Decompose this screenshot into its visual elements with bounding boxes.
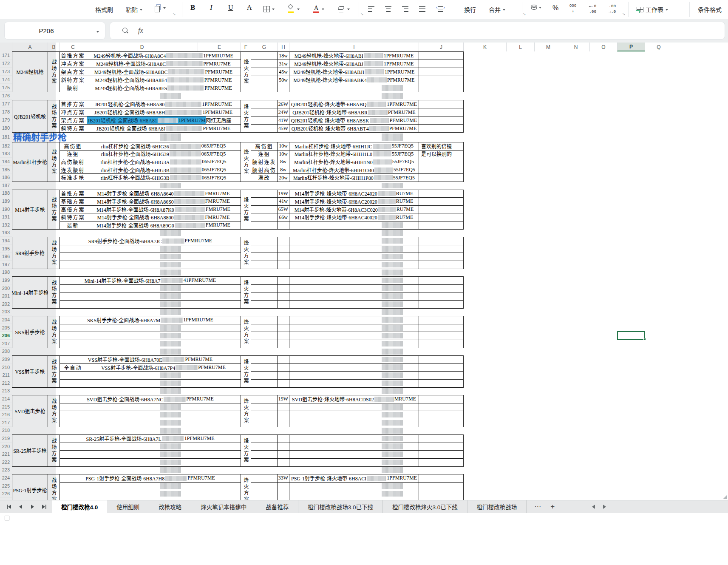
note-cell[interactable] (419, 355, 464, 364)
borders-button[interactable] (263, 6, 275, 12)
cost-cell[interactable]: 50w (277, 76, 289, 84)
plan-cell[interactable]: 首推方案 (59, 51, 86, 60)
cost-cell[interactable]: 41w (277, 197, 289, 206)
note-cell[interactable] (419, 403, 464, 412)
formula-input[interactable]: fx (110, 22, 725, 40)
plan-cell[interactable] (59, 379, 86, 388)
code-cell[interactable]: M249轻机枪-全面战场-6H8A8ESPFMRU7ME (86, 84, 241, 92)
fire-code-cell[interactable]: Marlin杠杆步枪-烽火地带-6HIH1P8055JF7EQ5 (289, 173, 419, 182)
code-cell[interactable]: M249轻机枪-全面战场-6H8A8DCPFMRU7ME (86, 68, 241, 76)
copy-button[interactable] (155, 4, 166, 11)
conditional-format-button[interactable]: 条件格式 (698, 5, 722, 14)
cost-cell[interactable] (277, 332, 289, 340)
cost-cell[interactable]: 8w (277, 158, 289, 166)
dialog-launcher-icon[interactable]: ↘ (173, 12, 176, 16)
fire-plan-cell[interactable] (251, 108, 278, 116)
fire-plan-label[interactable]: 烽火方案 (241, 316, 251, 348)
underline-button[interactable]: U (228, 4, 233, 11)
code-cell[interactable]: rlin杠杆步枪-全面战场-6HIG3A065JF7EQ5 (86, 158, 241, 166)
plan-cell[interactable]: 高伤狙 (59, 142, 86, 150)
row-header-194[interactable]: 194 (0, 237, 12, 245)
row-header-221[interactable]: 221 (0, 450, 12, 458)
row-header-173[interactable]: 173 (0, 68, 12, 76)
note-cell[interactable] (419, 158, 464, 166)
sheet-tab-active[interactable]: 橙门楼改枪4.0 (52, 500, 107, 513)
note-cell[interactable] (419, 84, 464, 92)
row-header-177[interactable]: 177 (0, 100, 12, 108)
cost-cell[interactable] (277, 355, 289, 364)
plan-cell[interactable]: 首推方案 (59, 100, 86, 108)
row-header-186[interactable]: 186 (0, 173, 12, 182)
battle-plan-label[interactable]: 战场方案 (48, 142, 60, 182)
gun-name-cell[interactable]: M249轻机枪 (12, 51, 48, 92)
code-cell[interactable]: M249轻机枪-全面战场-6H8A8C41PFMRU7ME (86, 51, 241, 60)
plan-cell[interactable] (59, 300, 86, 309)
note-cell[interactable] (419, 100, 464, 108)
fire-code-cell[interactable]: SVD狙击步枪-烽火地带-6H8ACDS02MRU7ME (289, 395, 419, 403)
code-cell[interactable]: JB201轻机枪-全面战场-6H8A811PFMRU7M网红无后座 (86, 116, 241, 125)
row-header-214[interactable]: 214 (0, 395, 12, 403)
fire-plan-label[interactable]: 烽火方案 (241, 434, 251, 466)
fire-plan-cell[interactable] (251, 371, 278, 380)
fire-plan-cell[interactable] (251, 324, 278, 332)
row-header-215[interactable]: 215 (0, 403, 12, 411)
plan-cell[interactable]: 架点方案 (59, 68, 86, 76)
fire-plan-cell[interactable] (251, 403, 278, 412)
column-header-I[interactable]: I (289, 43, 419, 51)
note-cell[interactable] (419, 166, 464, 174)
fire-plan-cell[interactable] (251, 76, 278, 84)
fire-code-cell[interactable]: QJB201轻机枪-烽火地带-6H8ABRPFMRU7ME (289, 108, 419, 116)
percent-format-button[interactable]: % (552, 4, 558, 12)
fire-plan-label[interactable]: 烽火方案 (241, 276, 251, 308)
gun-name-cell[interactable]: SKS射手步枪 (12, 316, 48, 348)
row-header-201[interactable]: 201 (0, 292, 12, 300)
gun-name-cell[interactable]: PSG-1射手步枪 (12, 474, 48, 500)
row-header-198[interactable]: 198 (0, 269, 12, 277)
code-cell[interactable]: VSS射手步枪-全面战场-6H8A70EPFMRU7ME (59, 355, 241, 364)
fire-plan-cell[interactable]: 腰射高伤 (251, 166, 278, 174)
row-header-188[interactable]: 188 (0, 190, 12, 198)
row-header-222[interactable]: 222 (0, 458, 12, 466)
fire-plan-cell[interactable]: 高伤狙 (251, 142, 278, 150)
column-header-E[interactable]: E (198, 43, 241, 51)
cost-cell[interactable] (277, 237, 289, 245)
plan-cell[interactable] (59, 411, 86, 419)
note-cell[interactable]: 是可以换别的 (419, 150, 464, 159)
row-header-203[interactable]: 203 (0, 308, 12, 316)
note-cell[interactable] (419, 51, 464, 60)
thousands-separator-button[interactable]: 000, (569, 4, 577, 12)
note-cell[interactable] (419, 292, 464, 301)
sheet-tab[interactable]: 烽火笔记本搭建中 (191, 500, 256, 513)
code-cell[interactable]: JB201轻机枪-全面战场-6H8A8JPFMRU7ME (86, 124, 241, 133)
name-box[interactable]: P206 (4, 22, 105, 40)
cost-cell[interactable] (277, 324, 289, 332)
note-cell[interactable] (419, 332, 464, 340)
fire-plan-cell[interactable] (251, 443, 278, 451)
dialog-launcher-icon[interactable]: ↘ (622, 12, 626, 16)
code-cell[interactable]: M14射手步枪-全面战场-6H8A89G0FMRU7ME (86, 221, 241, 230)
sheet-tab[interactable]: 橙门楼改枪战场 (467, 500, 527, 513)
fire-plan-cell[interactable] (251, 395, 278, 403)
code-cell[interactable]: SKS射手步枪-全面战场-6H8A7M1PFMRU7ME (59, 316, 241, 324)
fire-plan-label[interactable]: 烽火方案 (241, 474, 251, 500)
cost-cell[interactable] (277, 490, 289, 498)
column-header-L[interactable]: L (506, 43, 534, 51)
prev-sheet-button[interactable] (14, 500, 26, 513)
row-header-223[interactable]: 223 (0, 466, 12, 474)
fire-plan-cell[interactable] (251, 116, 278, 125)
fire-plan-label[interactable]: 烽火方案 (241, 237, 251, 269)
note-cell[interactable] (419, 284, 464, 293)
selected-cell[interactable] (617, 331, 645, 340)
fire-plan-cell[interactable] (251, 253, 278, 261)
cost-cell[interactable]: 66w (277, 213, 289, 221)
row-header-185[interactable]: 185 (0, 166, 12, 174)
cost-cell[interactable]: 24W (277, 108, 289, 116)
note-cell[interactable] (419, 245, 464, 253)
fire-plan-cell[interactable] (251, 261, 278, 269)
row-header-174[interactable]: 174 (0, 76, 12, 84)
row-header-189[interactable]: 189 (0, 197, 12, 205)
plan-cell[interactable] (59, 261, 86, 269)
align-left-button[interactable] (368, 6, 374, 12)
bold-button[interactable]: B (190, 3, 195, 12)
fire-plan-label[interactable]: 烽火方案 (241, 395, 251, 427)
